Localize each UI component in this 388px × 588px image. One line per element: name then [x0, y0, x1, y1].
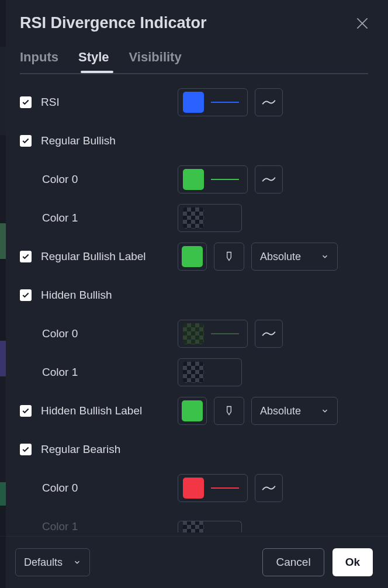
- line-style-button-hid-bull-c0[interactable]: [255, 320, 283, 348]
- label-regular-bullish-label: Regular Bullish Label: [41, 250, 146, 263]
- color-swatch-reg-bull-label: [182, 246, 203, 267]
- color-line-picker-reg-bull-c0[interactable]: [178, 165, 248, 193]
- color-line-picker-rsi[interactable]: [178, 88, 248, 116]
- label-hidden-bullish-label: Hidden Bullish Label: [41, 404, 142, 417]
- line-style-button-reg-bull-c0[interactable]: [255, 165, 283, 193]
- chevron-down-icon: [321, 253, 329, 261]
- color-line-picker-reg-bear-c0[interactable]: [178, 474, 248, 502]
- row-regular-bullish-color0: Color 0: [20, 164, 368, 195]
- chevron-down-icon: [73, 558, 81, 566]
- label-regular-bearish-color0: Color 0: [20, 482, 78, 494]
- color-swatch-hid-bull-c0: [183, 323, 204, 344]
- row-hidden-bullish: Hidden Bullish: [20, 280, 368, 310]
- row-regular-bearish-color1: Color 1: [20, 511, 368, 536]
- checkbox-hidden-bullish[interactable]: [20, 289, 32, 301]
- style-content: RSI Regular Bullish: [0, 74, 388, 536]
- tabs: Inputs Style Visibility: [0, 37, 388, 73]
- tab-style[interactable]: Style: [78, 50, 109, 73]
- cancel-button[interactable]: Cancel: [262, 548, 324, 576]
- color-swatch-reg-bear-c1: [183, 521, 204, 532]
- label-regular-bearish-color1: Color 1: [20, 520, 78, 533]
- cancel-label: Cancel: [276, 556, 310, 569]
- ok-button[interactable]: Ok: [332, 548, 373, 576]
- row-hidden-bullish-color0: Color 0: [20, 319, 368, 349]
- label-hidden-bullish-color0: Color 0: [20, 327, 78, 340]
- line-preview-rsi: [211, 102, 239, 103]
- color-picker-reg-bear-c1[interactable]: [178, 521, 242, 532]
- color-swatch-hid-bull-c1: [183, 362, 204, 383]
- color-swatch-hid-bull-label: [182, 400, 203, 421]
- label-regular-bullish: Regular Bullish: [41, 134, 116, 147]
- line-preview-reg-bear-c0: [211, 487, 239, 489]
- color-swatch-reg-bear-c0: [183, 478, 204, 499]
- checkbox-regular-bullish-label[interactable]: [20, 251, 32, 262]
- position-select-value: Absolute: [260, 251, 301, 263]
- color-swatch-reg-bull-c0: [183, 169, 204, 190]
- active-tab-indicator: [81, 71, 113, 73]
- color-picker-reg-bull-c1[interactable]: [178, 204, 242, 232]
- ok-label: Ok: [345, 556, 360, 569]
- row-hidden-bullish-color1: Color 1: [20, 357, 368, 388]
- color-line-picker-hid-bull-c0[interactable]: [178, 320, 248, 348]
- position-select-value: Absolute: [260, 405, 301, 417]
- tab-inputs[interactable]: Inputs: [20, 50, 58, 73]
- row-regular-bullish-label: Regular Bullish Label Absolute: [20, 241, 368, 272]
- checkbox-regular-bearish[interactable]: [20, 444, 32, 455]
- row-rsi: RSI: [20, 87, 368, 117]
- dialog-title: RSI Divergence Indicator: [20, 14, 207, 32]
- label-hidden-bullish-color1: Color 1: [20, 366, 78, 379]
- row-regular-bearish-color0: Color 0: [20, 473, 368, 503]
- dialog-footer: Defaults Cancel Ok: [0, 536, 388, 588]
- line-preview-hid-bull-c0: [211, 333, 239, 334]
- label-regular-bullish-color0: Color 0: [20, 173, 78, 186]
- line-preview-reg-bull-c0: [211, 179, 239, 180]
- row-regular-bullish-color1: Color 1: [20, 203, 368, 233]
- color-swatch-reg-bull-c1: [183, 207, 204, 229]
- indicator-settings-dialog: RSI Divergence Indicator Inputs Style Vi…: [0, 0, 388, 588]
- line-style-button-reg-bear-c0[interactable]: [255, 474, 283, 502]
- checkbox-rsi[interactable]: [20, 96, 32, 108]
- defaults-button[interactable]: Defaults: [15, 548, 90, 576]
- tab-visibility[interactable]: Visibility: [129, 50, 182, 73]
- line-style-button-rsi[interactable]: [255, 88, 283, 116]
- close-icon[interactable]: [354, 15, 370, 32]
- color-swatch-rsi: [183, 92, 204, 113]
- chevron-down-icon: [321, 407, 329, 415]
- row-hidden-bullish-label: Hidden Bullish Label Absolute: [20, 396, 368, 426]
- position-select-reg-bull-label[interactable]: Absolute: [251, 243, 338, 271]
- color-picker-hid-bull-label[interactable]: [178, 397, 207, 425]
- dialog-header: RSI Divergence Indicator: [0, 0, 388, 37]
- marker-shape-button-hid-bull-label[interactable]: [214, 397, 244, 425]
- row-regular-bullish: Regular Bullish: [20, 126, 368, 156]
- row-regular-bearish: Regular Bearish: [20, 434, 368, 465]
- label-regular-bearish: Regular Bearish: [41, 443, 120, 456]
- label-hidden-bullish: Hidden Bullish: [41, 289, 112, 302]
- color-picker-reg-bull-label[interactable]: [178, 243, 207, 271]
- color-picker-hid-bull-c1[interactable]: [178, 358, 242, 386]
- label-rsi: RSI: [41, 96, 60, 109]
- checkbox-regular-bullish[interactable]: [20, 135, 32, 147]
- defaults-label: Defaults: [24, 556, 63, 569]
- label-regular-bullish-color1: Color 1: [20, 212, 78, 224]
- position-select-hid-bull-label[interactable]: Absolute: [251, 397, 338, 425]
- marker-shape-button-reg-bull-label[interactable]: [214, 243, 244, 271]
- checkbox-hidden-bullish-label[interactable]: [20, 405, 32, 417]
